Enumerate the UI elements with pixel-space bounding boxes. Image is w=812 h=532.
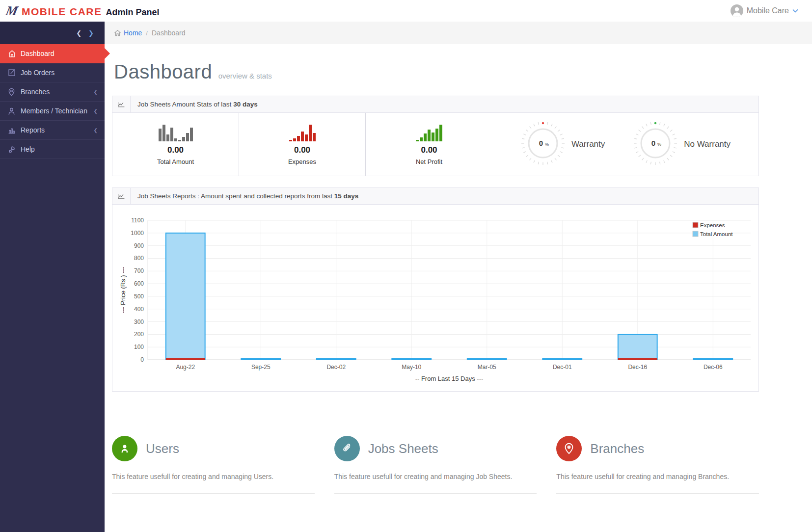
home-icon	[8, 50, 21, 58]
svg-text:%: %	[657, 142, 661, 147]
collapse-left-icon[interactable]: ❮	[76, 29, 81, 37]
svg-text:--- Price (Rs.) ---: --- Price (Rs.) ---	[119, 267, 127, 314]
stat-expenses: 0.00 Expenses	[239, 113, 366, 176]
collapse-right-icon[interactable]: ❯	[88, 29, 94, 37]
svg-text:Dec-01: Dec-01	[553, 364, 572, 371]
svg-text:Dec-02: Dec-02	[326, 364, 346, 371]
avatar	[731, 4, 743, 17]
svg-text:1000: 1000	[131, 230, 144, 237]
map-pin-icon	[8, 88, 21, 96]
breadcrumb-home-link[interactable]: Home	[114, 29, 142, 37]
feature-cards: Users This feature usefull for creating …	[112, 436, 759, 494]
sidebar-item-dashboard[interactable]: Dashboard	[0, 44, 105, 63]
svg-text:0: 0	[539, 139, 543, 147]
page-heading: Dashboard overview & stats	[112, 54, 759, 96]
main-content: Home / Dashboard Dashboard overview & st…	[105, 22, 812, 532]
svg-text:Mar-05: Mar-05	[478, 364, 496, 371]
user-name: Mobile Care	[747, 6, 789, 15]
chevron-down-icon	[792, 9, 798, 13]
svg-text:May-10: May-10	[402, 364, 421, 371]
report-chart: 010020030040050060070080090010001100Aug-…	[112, 205, 758, 391]
svg-text:700: 700	[134, 267, 144, 274]
divider	[334, 493, 537, 494]
map-pin-icon	[556, 436, 582, 461]
svg-text:Dec-06: Dec-06	[704, 364, 723, 371]
svg-text:Total Amount: Total Amount	[700, 231, 733, 237]
svg-text:900: 900	[134, 242, 144, 249]
sidebar-item-reports[interactable]: Reports ❮	[0, 121, 105, 140]
stat-total-amount: 0.00 Total Amount	[112, 113, 239, 176]
feature-card-users[interactable]: Users This feature usefull for creating …	[112, 436, 315, 494]
svg-text:0: 0	[140, 356, 144, 363]
svg-text:Dec-16: Dec-16	[628, 364, 647, 371]
breadcrumb: Home / Dashboard	[105, 22, 812, 44]
svg-text:100: 100	[134, 344, 144, 350]
mini-bar-chart-icon	[159, 124, 193, 141]
stats-panel: Job Sheets Amount Stats of last 30 days …	[112, 96, 759, 176]
svg-text:Aug-22: Aug-22	[176, 364, 195, 371]
mini-bar-chart-icon	[416, 124, 442, 141]
chevron-left-icon: ❮	[94, 128, 98, 133]
user-menu[interactable]: Mobile Care	[731, 4, 798, 17]
sidebar-item-members-technician[interactable]: Members / Technician ❮	[0, 102, 105, 121]
divider	[556, 493, 759, 494]
edit-square-icon	[8, 69, 21, 77]
svg-text:%: %	[545, 142, 549, 147]
svg-text:200: 200	[134, 331, 144, 338]
stats-row: 0.00 Total Amount 0.00 Expenses 0.00 Net…	[112, 113, 758, 176]
svg-text:Expenses: Expenses	[700, 222, 725, 228]
svg-text:Sep-25: Sep-25	[251, 364, 271, 371]
svg-text:-- From Last 15 Days ---: -- From Last 15 Days ---	[415, 375, 484, 382]
users-circle-icon	[112, 436, 137, 461]
page-subtitle: overview & stats	[218, 72, 272, 80]
gauge-dial-icon: 0%	[520, 121, 566, 168]
sidebar-item-branches[interactable]: Branches ❮	[0, 82, 105, 102]
sidebar-item-help[interactable]: Help	[0, 140, 105, 159]
stats-panel-title: Job Sheets Amount Stats of last 30 days	[131, 101, 258, 108]
report-panel-title: Job Sheets Reports : Amount spent and co…	[131, 192, 358, 200]
gauge-warranty: 0% Warranty	[520, 121, 605, 168]
svg-text:500: 500	[134, 293, 144, 300]
divider	[112, 493, 315, 494]
app-header: M MOBILE CARE Admin Panel Mobile Care	[0, 0, 812, 22]
bar-chart-icon	[8, 127, 21, 134]
user-icon	[8, 107, 21, 115]
report-panel: Job Sheets Reports : Amount spent and co…	[112, 187, 759, 392]
breadcrumb-current: Dashboard	[152, 29, 186, 37]
report-panel-header: Job Sheets Reports : Amount spent and co…	[112, 188, 758, 205]
feature-card-branches[interactable]: Branches This feature usefull for creati…	[556, 436, 759, 494]
feature-card-job-sheets[interactable]: Jobs Sheets This feature usefull for cre…	[334, 436, 537, 494]
person-icon	[731, 4, 743, 17]
stat-net-profit: 0.00 Net Profit	[366, 113, 492, 176]
brand-logo[interactable]: M MOBILE CARE Admin Panel	[6, 4, 160, 18]
sidebar-collapse-bar: ❮ ❯	[0, 22, 105, 44]
svg-text:400: 400	[134, 306, 144, 313]
gauge-dial-icon: 0%	[633, 121, 678, 168]
gears-icon	[8, 145, 21, 154]
chevron-left-icon: ❮	[94, 108, 98, 114]
line-chart-icon	[112, 96, 131, 112]
logo-m-icon: M	[4, 4, 19, 18]
gauge-no-warranty: 0% No Warranty	[633, 121, 731, 168]
home-icon	[114, 29, 121, 36]
svg-text:0: 0	[651, 139, 655, 147]
stats-panel-header: Job Sheets Amount Stats of last 30 days	[112, 96, 758, 113]
svg-text:800: 800	[134, 255, 144, 262]
sidebar-item-job-orders[interactable]: Job Orders	[0, 63, 105, 82]
brand-subtitle: Admin Panel	[106, 7, 160, 18]
page-title: Dashboard	[114, 61, 212, 82]
sidebar: ❮ ❯ Dashboard Job Orders	[0, 22, 105, 532]
paperclip-icon	[334, 436, 360, 461]
line-chart-icon	[112, 188, 131, 204]
mini-bar-chart-icon	[289, 124, 316, 141]
gauges: 0% Warranty 0% No Warranty	[492, 113, 758, 176]
chevron-left-icon: ❮	[94, 89, 98, 95]
breadcrumb-separator: /	[146, 29, 148, 37]
brand-name: MOBILE CARE	[22, 6, 102, 18]
svg-text:1100: 1100	[131, 217, 144, 224]
svg-text:300: 300	[134, 319, 144, 325]
svg-text:600: 600	[134, 280, 144, 287]
